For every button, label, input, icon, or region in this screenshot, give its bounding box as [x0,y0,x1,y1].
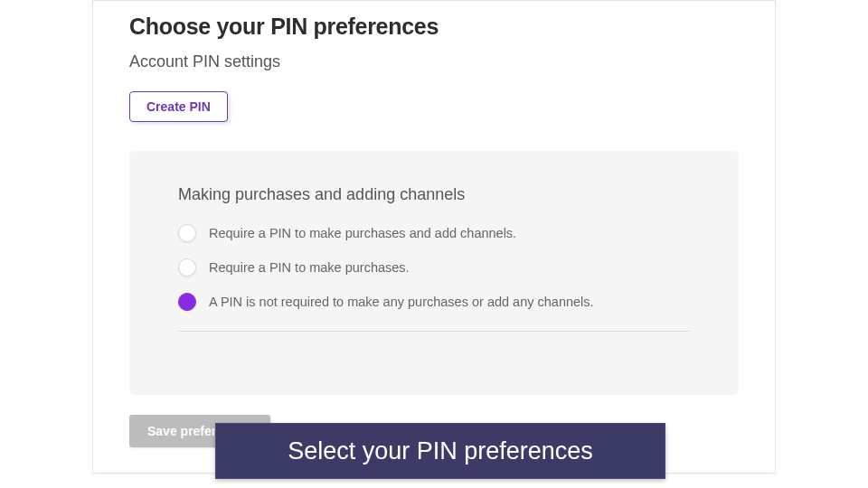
preferences-panel: Making purchases and adding channels Req… [129,151,739,395]
radio-label: Require a PIN to make purchases. [209,260,410,275]
radio-icon-selected [178,293,196,311]
radio-label: Require a PIN to make purchases and add … [209,226,516,240]
instruction-callout: Select your PIN preferences [215,423,665,479]
create-pin-button[interactable]: Create PIN [129,91,228,122]
divider [178,331,690,332]
radio-option-require-all[interactable]: Require a PIN to make purchases and add … [178,224,690,242]
radio-option-require-purchases[interactable]: Require a PIN to make purchases. [178,258,690,277]
callout-text: Select your PIN preferences [288,437,593,465]
settings-card: Choose your PIN preferences Account PIN … [92,0,776,474]
page-title: Choose your PIN preferences [129,14,739,40]
panel-heading: Making purchases and adding channels [178,185,690,204]
radio-label: A PIN is not required to make any purcha… [209,295,594,309]
page-subtitle: Account PIN settings [129,52,739,71]
radio-icon [178,258,196,277]
radio-option-not-required[interactable]: A PIN is not required to make any purcha… [178,293,690,311]
radio-icon [178,224,196,242]
